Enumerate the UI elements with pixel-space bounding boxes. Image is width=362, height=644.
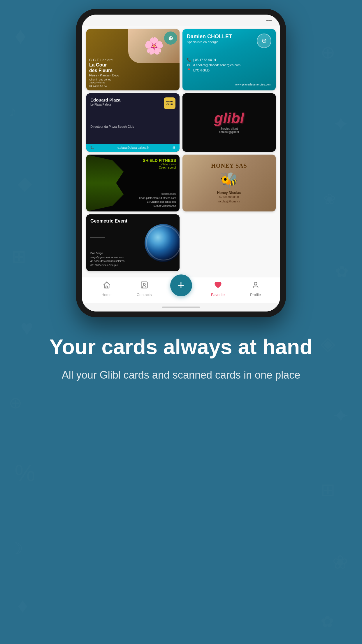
- cards-row-4: Geometric Event Doe Serge serge@geometri…: [86, 214, 276, 271]
- profile-label: Profile: [250, 293, 261, 297]
- nightclub-label: NIGHT CLUB: [164, 101, 175, 106]
- svg-text:◆: ◆: [17, 172, 32, 194]
- home-bar: [162, 307, 200, 308]
- damien-logo: ⊕: [257, 34, 271, 48]
- nightclub-badge: NIGHT CLUB: [164, 97, 175, 109]
- phone-screen: ●●● 🌸 ⊕ C.C E.Leclerc La Courdes Fleurs …: [82, 15, 280, 312]
- svg-text:♪: ♪: [9, 102, 17, 120]
- location-icon: 📍: [187, 68, 191, 72]
- bottom-navigation: Home Contacts +: [82, 277, 280, 303]
- shop-address: Chemin des Lônes38000 Vienne: [89, 78, 177, 84]
- svg-text:⊕: ⊕: [321, 43, 335, 62]
- svg-point-19: [143, 283, 145, 285]
- svg-text:%: %: [15, 460, 35, 486]
- damien-top: Damien CHOLLET Spécialiste en énergie ⊕: [187, 34, 271, 48]
- empty-slot: [182, 214, 276, 271]
- edouard-top: Edouard Plaza Le Plaza Palace NIGHT CLUB: [90, 97, 175, 109]
- nav-profile[interactable]: Profile: [244, 281, 267, 297]
- geo-divider: [90, 237, 105, 238]
- flower-emoji: 🌸: [144, 36, 164, 55]
- bottom-text-section: Your cards always at hand All your Glibl…: [0, 317, 362, 397]
- home-label: Home: [101, 293, 112, 297]
- svg-text:✿: ✿: [335, 262, 349, 281]
- glibl-service: Service client: [219, 127, 239, 130]
- svg-point-20: [254, 282, 257, 285]
- honey-email: nicolas@honey.fr: [218, 199, 240, 204]
- edouard-at-icon: @: [173, 146, 175, 149]
- damien-phone: | 06 17 55 90 01: [193, 58, 216, 62]
- contacts-icon: [140, 281, 148, 291]
- edouard-phone-icon: 📞: [90, 146, 94, 149]
- honey-contact: 07 69 38 00 00 nicolas@honey.fr: [218, 195, 240, 204]
- leclerc-logo: ⊕: [164, 32, 177, 45]
- svg-text:❀: ❀: [332, 552, 348, 573]
- edouard-bottom-bar: 📞 e.plaza@plaza-palace.fr @: [86, 144, 180, 152]
- contacts-label: Contacts: [137, 293, 152, 297]
- status-bar: ●●●: [82, 15, 280, 26]
- edouard-venue: Le Plaza Palace: [90, 103, 120, 106]
- card-la-cour-des-fleurs[interactable]: 🌸 ⊕ C.C E.Leclerc La Courdes Fleurs Fleu…: [86, 29, 180, 90]
- headline: Your cards always at hand: [23, 335, 339, 359]
- add-icon: +: [178, 279, 184, 291]
- add-button[interactable]: +: [170, 274, 192, 296]
- glibl-email: contact@glibl.fr: [219, 130, 239, 134]
- svg-text:✦: ✦: [332, 405, 349, 427]
- damien-contact: 📞 | 06 17 55 90 01 ✉ d.chollet@placedese…: [187, 58, 271, 74]
- la-cour-text: C.C E.Leclerc La Courdes Fleurs Fleurs -…: [89, 58, 177, 88]
- geo-email: serge@geometric-event.com: [90, 256, 175, 260]
- card-edouard-plaza[interactable]: Edouard Plaza Le Plaza Palace NIGHT CLUB…: [86, 93, 180, 152]
- geo-company-name: Geometric Event: [90, 218, 175, 224]
- svg-text:✿: ✿: [321, 612, 334, 631]
- cards-row-3: SHIELD FITNESS Pilate Kevin Coach sporti…: [86, 155, 276, 211]
- shop-name: La Courdes Fleurs: [89, 62, 177, 73]
- edouard-name: Edouard Plaza: [90, 97, 120, 102]
- svg-text:✦: ✦: [332, 113, 349, 136]
- damien-location: LYON-SUD: [193, 69, 210, 72]
- svg-text:⊞: ⊞: [321, 480, 335, 500]
- card-geometric-event[interactable]: Geometric Event Doe Serge serge@geometri…: [86, 214, 180, 271]
- damien-title: Spécialiste en énergie: [187, 40, 232, 44]
- damien-email-row: ✉ d.chollet@placedesenergies.com: [187, 63, 271, 67]
- edouard-position: Directeur du Plaza Beach Club: [90, 125, 175, 128]
- damien-name-section: Damien CHOLLET Spécialiste en énergie: [187, 34, 232, 44]
- svg-text:⊞: ⊞: [12, 247, 26, 266]
- card-honey-sas[interactable]: HONEY SAS 🐝 Honey Nicolas 07 69 38 00 00…: [182, 155, 276, 211]
- honey-person: Honey Nicolas: [217, 191, 241, 195]
- brand-label: C.C E.Leclerc: [89, 58, 177, 62]
- damien-phone-row: 📞 | 06 17 55 90 01: [187, 58, 271, 62]
- honey-phone: 07 69 38 00 00: [218, 195, 240, 199]
- honey-name: HONEY SAS: [211, 162, 247, 169]
- glibl-logo-text: glibl: [214, 112, 244, 125]
- shop-subtitle: Fleurs - Plantes - Déco: [89, 74, 177, 77]
- profile-icon: [252, 281, 260, 291]
- card-damien-chollet[interactable]: Damien CHOLLET Spécialiste en énergie ⊕ …: [182, 29, 276, 90]
- geo-address: 45 Allée des cadrans solaires69150 Décin…: [90, 259, 175, 267]
- svg-text:♦: ♦: [15, 23, 27, 49]
- damien-email: d.chollet@placedesenergies.com: [193, 63, 240, 67]
- damien-name: Damien CHOLLET: [187, 34, 232, 40]
- geo-person: Doe Serge: [90, 251, 175, 256]
- phone-frame: ●●● 🌸 ⊕ C.C E.Leclerc La Courdes Fleurs …: [76, 9, 286, 317]
- email-icon: ✉: [187, 63, 191, 67]
- honey-bee-icon: 🐝: [220, 172, 238, 188]
- cards-row-2: Edouard Plaza Le Plaza Palace NIGHT CLUB…: [86, 93, 276, 152]
- svg-text:☽: ☽: [9, 540, 23, 558]
- card-shield-fitness[interactable]: SHIELD FITNESS Pilate Kevin Coach sporti…: [86, 155, 180, 211]
- nav-home[interactable]: Home: [95, 281, 118, 297]
- svg-text:❀: ❀: [324, 191, 336, 207]
- home-indicator: [82, 303, 280, 312]
- damien-website: www.placedesenergies.com: [187, 83, 271, 86]
- geo-contact: Doe Serge serge@geometric-event.com 45 A…: [90, 251, 175, 267]
- card-glibl[interactable]: glibl Service client contact@glibl.fr: [182, 93, 276, 152]
- favorite-icon: [214, 281, 222, 291]
- damien-location-row: 📍 LYON-SUD: [187, 68, 271, 72]
- favorite-label: Favorite: [211, 293, 225, 297]
- phone-icon: 📞: [187, 58, 191, 62]
- cards-row-1: 🌸 ⊕ C.C E.Leclerc La Courdes Fleurs Fleu…: [86, 29, 276, 90]
- nav-contacts[interactable]: Contacts: [133, 281, 156, 297]
- cards-area: 🌸 ⊕ C.C E.Leclerc La Courdes Fleurs Fleu…: [82, 26, 280, 277]
- subtext: All your Glibl cards and scanned cards i…: [23, 368, 339, 382]
- shop-phone: 04 74 53 53 34: [89, 85, 177, 88]
- nav-favorite[interactable]: Favorite: [206, 281, 230, 297]
- svg-text:♦: ♦: [17, 594, 28, 617]
